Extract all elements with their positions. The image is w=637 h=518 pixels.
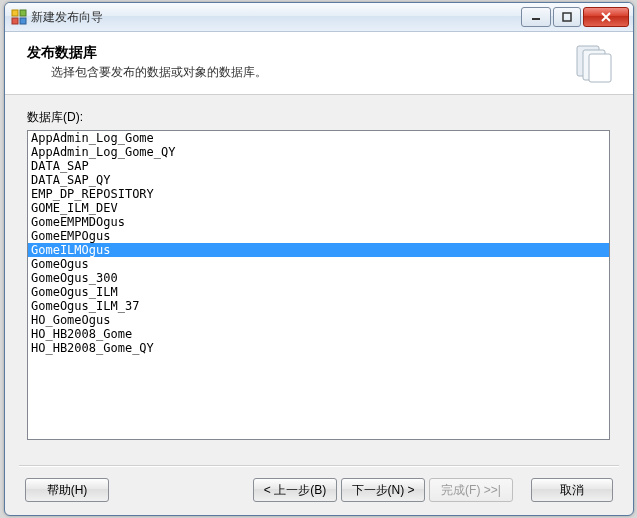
back-button[interactable]: < 上一步(B) <box>253 478 337 502</box>
window-controls <box>519 7 629 27</box>
list-item[interactable]: GomeOgus_ILM <box>28 285 609 299</box>
list-item[interactable]: GomeOgus_300 <box>28 271 609 285</box>
titlebar[interactable]: 新建发布向导 <box>5 3 633 32</box>
minimize-button[interactable] <box>521 7 551 27</box>
svg-rect-8 <box>589 54 611 82</box>
list-item[interactable]: GomeILMOgus <box>28 243 609 257</box>
footer-separator <box>19 465 619 467</box>
finish-button: 完成(F) >>| <box>429 478 513 502</box>
svg-rect-1 <box>20 10 26 16</box>
list-item[interactable]: GomeEMPOgus <box>28 229 609 243</box>
cancel-button[interactable]: 取消 <box>531 478 613 502</box>
database-listbox[interactable]: AppAdmin_Log_GomeAppAdmin_Log_Gome_QYDAT… <box>27 130 610 440</box>
list-item[interactable]: HO_HB2008_Gome_QY <box>28 341 609 355</box>
wizard-footer: 帮助(H) < 上一步(B) 下一步(N) > 完成(F) >>| 取消 <box>5 475 633 505</box>
wizard-window: 新建发布向导 发布数据库 选择包含要发布的数据或对象的数据库。 <box>4 2 634 516</box>
list-item[interactable]: EMP_DP_REPOSITORY <box>28 187 609 201</box>
next-button[interactable]: 下一步(N) > <box>341 478 425 502</box>
close-button[interactable] <box>583 7 629 27</box>
svg-rect-5 <box>563 13 571 21</box>
database-label: 数据库(D): <box>27 109 611 126</box>
list-item[interactable]: GomeOgus_ILM_37 <box>28 299 609 313</box>
list-item[interactable]: DATA_SAP_QY <box>28 173 609 187</box>
window-title: 新建发布向导 <box>31 9 519 26</box>
list-item[interactable]: HO_GomeOgus <box>28 313 609 327</box>
list-item[interactable]: GomeEMPMDOgus <box>28 215 609 229</box>
list-item[interactable]: AppAdmin_Log_Gome <box>28 131 609 145</box>
maximize-button[interactable] <box>553 7 581 27</box>
header-subtitle: 选择包含要发布的数据或对象的数据库。 <box>51 64 267 81</box>
header-title: 发布数据库 <box>27 44 267 62</box>
list-item[interactable]: GomeOgus <box>28 257 609 271</box>
list-item[interactable]: AppAdmin_Log_Gome_QY <box>28 145 609 159</box>
nav-button-group: < 上一步(B) 下一步(N) > 完成(F) >>| <box>253 478 513 502</box>
header-text: 发布数据库 选择包含要发布的数据或对象的数据库。 <box>27 44 267 81</box>
list-item[interactable]: GOME_ILM_DEV <box>28 201 609 215</box>
svg-rect-3 <box>20 18 26 24</box>
help-button[interactable]: 帮助(H) <box>25 478 109 502</box>
list-item[interactable]: DATA_SAP <box>28 159 609 173</box>
list-item[interactable]: HO_HB2008_Gome <box>28 327 609 341</box>
svg-rect-2 <box>12 18 18 24</box>
database-stack-icon <box>571 40 615 84</box>
wizard-icon <box>11 9 27 25</box>
svg-rect-0 <box>12 10 18 16</box>
wizard-body: 数据库(D): AppAdmin_Log_GomeAppAdmin_Log_Go… <box>5 95 633 440</box>
wizard-header: 发布数据库 选择包含要发布的数据或对象的数据库。 <box>5 32 633 95</box>
